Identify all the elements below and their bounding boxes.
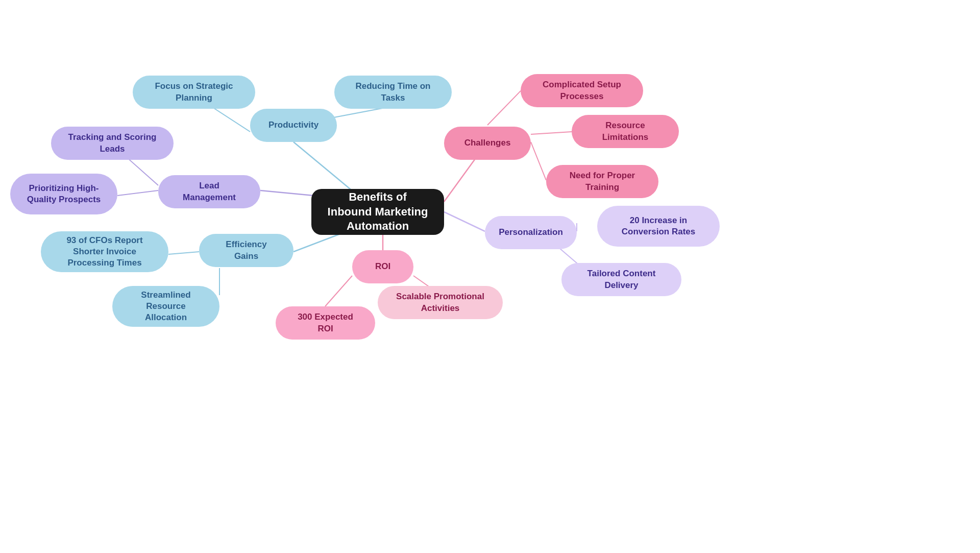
svg-line-11 <box>531 132 572 134</box>
efficiency-gains-node: Efficiency Gains <box>199 234 293 267</box>
reducing-time-node: Reducing Time on Tasks <box>334 76 452 109</box>
tailored-content-node: Tailored Content Delivery <box>561 263 681 296</box>
svg-line-10 <box>487 91 521 125</box>
proper-training-node: Need for Proper Training <box>546 165 658 198</box>
svg-line-7 <box>168 252 199 254</box>
center-node: Benefits of Inbound Marketing Automation <box>311 189 444 235</box>
personalization-node: Personalization <box>485 216 577 249</box>
svg-line-5 <box>117 190 158 196</box>
productivity-node: Productivity <box>250 109 337 142</box>
prioritizing-node: Prioritizing High-Quality Prospects <box>10 174 117 214</box>
lead-management-node: Lead Management <box>158 175 260 208</box>
svg-line-12 <box>531 142 546 180</box>
cfos-node: 93 of CFOs Report Shorter Invoice Proces… <box>41 231 168 272</box>
streamlined-node: Streamlined Resource Allocation <box>112 286 219 327</box>
expected-roi-node: 300 Expected ROI <box>276 306 375 340</box>
focus-strategic-node: Focus on Strategic Planning <box>133 76 255 109</box>
roi-node: ROI <box>352 250 413 283</box>
challenges-node: Challenges <box>444 127 531 160</box>
scalable-promotional-node: Scalable Promotional Activities <box>378 286 503 319</box>
conversion-rates-node: 20 Increase in Conversion Rates <box>597 206 720 247</box>
svg-line-17 <box>325 276 352 306</box>
resource-limitations-node: Resource Limitations <box>572 115 679 148</box>
svg-line-13 <box>444 212 485 231</box>
complicated-node: Complicated Setup Processes <box>521 74 643 107</box>
tracking-scoring-node: Tracking and Scoring Leads <box>51 127 174 160</box>
